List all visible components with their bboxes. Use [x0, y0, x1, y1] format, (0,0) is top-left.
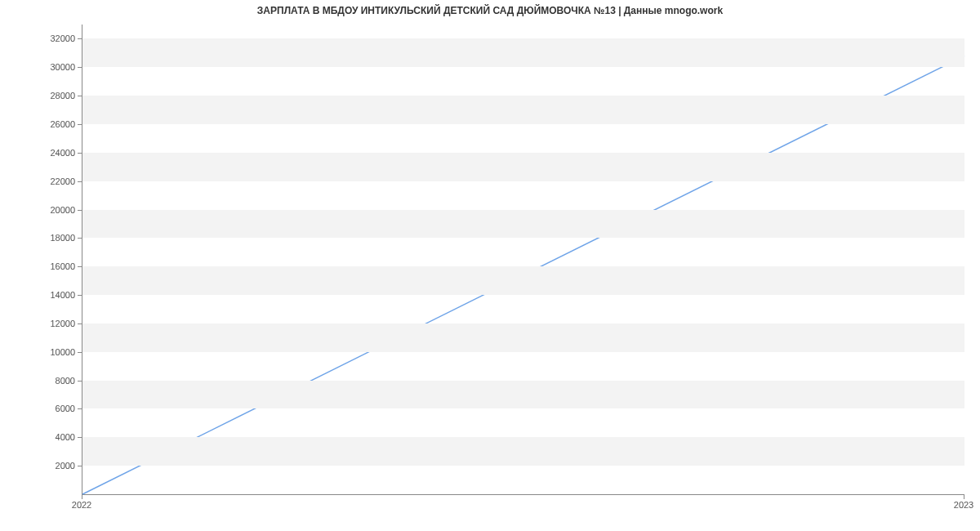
y-tick-label: 22000 — [26, 176, 75, 186]
y-tick-label: 20000 — [26, 205, 75, 215]
y-tick-mark — [78, 124, 82, 125]
y-tick-mark — [78, 38, 82, 39]
y-tick-mark — [78, 381, 82, 382]
y-tick-mark — [78, 210, 82, 211]
y-tick-mark — [78, 96, 82, 96]
chart: ЗАРПЛАТА В МБДОУ ИНТИКУЛЬСКИЙ ДЕТСКИЙ СА… — [0, 0, 980, 531]
y-tick-mark — [78, 238, 82, 239]
x-tick-mark — [82, 495, 82, 499]
grid-band — [82, 96, 964, 124]
y-tick-label: 16000 — [26, 261, 75, 271]
y-tick-mark — [78, 437, 82, 438]
y-tick-mark — [78, 266, 82, 267]
x-tick-mark — [964, 495, 964, 499]
y-tick-label: 8000 — [26, 376, 75, 386]
grid-band — [82, 381, 964, 409]
y-tick-label: 32000 — [26, 33, 75, 43]
grid-band — [82, 437, 964, 466]
y-tick-label: 26000 — [26, 119, 75, 129]
x-tick-label: 2023 — [954, 500, 973, 510]
y-tick-label: 28000 — [26, 91, 75, 100]
y-tick-label: 10000 — [26, 347, 75, 357]
y-tick-mark — [78, 67, 82, 68]
y-tick-label: 30000 — [26, 62, 75, 72]
y-tick-label: 24000 — [26, 148, 75, 158]
chart-title: ЗАРПЛАТА В МБДОУ ИНТИКУЛЬСКИЙ ДЕТСКИЙ СА… — [0, 5, 980, 16]
y-tick-mark — [78, 408, 82, 409]
y-tick-label: 6000 — [26, 404, 75, 413]
y-tick-mark — [78, 295, 82, 296]
grid-band — [82, 38, 964, 67]
y-tick-mark — [78, 352, 82, 353]
y-tick-mark — [78, 181, 82, 182]
grid-band — [82, 266, 964, 295]
y-tick-label: 14000 — [26, 290, 75, 300]
y-tick-mark — [78, 324, 82, 324]
y-tick-mark — [78, 466, 82, 466]
y-tick-label: 12000 — [26, 319, 75, 328]
x-tick-label: 2022 — [72, 500, 91, 510]
y-tick-label: 4000 — [26, 432, 75, 442]
grid-band — [82, 210, 964, 239]
y-tick-mark — [78, 153, 82, 154]
y-tick-label: 2000 — [26, 461, 75, 471]
y-tick-label: 18000 — [26, 233, 75, 243]
grid-band — [82, 153, 964, 181]
plot-area — [82, 25, 964, 495]
grid-band — [82, 324, 964, 352]
